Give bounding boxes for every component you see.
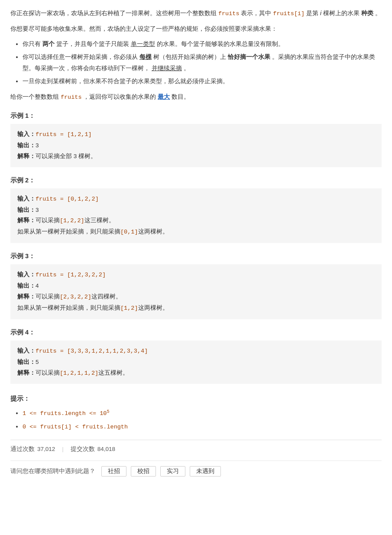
summary-code: fruits	[61, 94, 82, 101]
example-explain-line2-2: 如果从第一棵树开始采摘，则只能采摘[0,1]这两棵树。	[17, 227, 375, 238]
recruit-btn-intern[interactable]: 实习	[160, 466, 185, 477]
example-output-val-4: 5	[36, 359, 39, 365]
recruit-btn-social[interactable]: 社招	[101, 466, 126, 477]
rule3-text: 一旦你走到某棵树前，但水果不符合篮子的水果类型，那么就必须停止采摘。	[23, 78, 229, 84]
recruit-bar: 请问您在哪类招聘中遇到此题？ 社招 校招 实习 未遇到	[10, 460, 382, 477]
intro-paragraph-2: 你想要尽可能多地收集水果。然而，农场的主人设定了一些严格的规矩，你必须按照要求采…	[10, 23, 382, 34]
pass-label: 通过次数	[10, 444, 35, 454]
intro-text-5: 你想要尽可能多地收集水果。然而，农场的主人设定了一些严格的规矩，你必须按照要求采…	[10, 25, 277, 32]
fruits-i-code: fruits[i]	[273, 10, 305, 17]
example-explain-text1e-4: 这五棵树。	[98, 370, 129, 376]
example-explain-1: 解释：可以采摘全部 3 棵树。	[17, 151, 375, 162]
example-explain-code2-3: [1,2]	[120, 305, 138, 311]
example-output-line-4: 输出：5	[17, 357, 375, 368]
recruit-btn-none[interactable]: 未遇到	[190, 466, 221, 477]
example-input-code-3: fruits = [1,2,3,2,2]	[36, 272, 106, 278]
submit-count-item: 提交次数 84,018	[71, 444, 115, 454]
example-output-label-2: 输出：	[17, 207, 36, 213]
submit-value: 84,018	[97, 444, 115, 454]
intro-text-2: 表示，其中	[241, 10, 271, 16]
rule2-text2: 树（包括开始采摘的树）上	[153, 53, 226, 60]
recruit-question: 请问您在哪类招聘中遇到此题？	[10, 467, 95, 477]
example-box-3: 输入：fruits = [1,2,3,2,2]输出：4解释：可以采摘[2,3,2…	[10, 264, 382, 319]
example-input-label-2: 输入：	[17, 195, 36, 202]
example-output-val-1: 3	[36, 142, 39, 149]
example-output-label-4: 输出：	[17, 359, 36, 365]
rule2-underline1: 每棵	[139, 53, 152, 60]
example-output-label-1: 输出：	[17, 142, 36, 149]
rule1-text1: 你只有	[23, 40, 41, 47]
example-explain-3: 解释：可以采摘[2,3,2,2]这四棵树。	[17, 292, 375, 303]
example-heading-3: 示例 3：	[10, 251, 382, 262]
summary-text3: 数目。	[172, 93, 190, 100]
pass-count-item: 通过次数 37,012	[10, 444, 55, 454]
summary-line: 给你一个整数数组 fruits ，返回你可以收集的水果的 最大 数目。	[10, 91, 382, 103]
example-explain-line2-3: 如果从第一棵树开始采摘，则只能采摘[1,2]这两棵树。	[17, 303, 375, 314]
example-explain-code2-2: [0,1]	[120, 229, 138, 235]
hint-1: 1 <= fruits.length <= 105	[23, 408, 382, 419]
example-input-line-4: 输入：fruits = [3,3,3,1,2,1,1,2,3,3,4]	[17, 346, 375, 357]
example-output-label-3: 输出：	[17, 282, 36, 289]
summary-text2: ，返回你可以收集的水果的	[83, 93, 156, 100]
example-explain-code1-3: [2,3,2,2]	[60, 294, 91, 300]
intro-text-4: 棵树上的水果	[323, 10, 360, 16]
fruits-code-1: fruits	[218, 10, 240, 17]
stats-bar: 通过次数 37,012 | 提交次数 84,018	[10, 440, 382, 454]
rule2-text1: 你可以选择任意一棵树开始采摘，你必须从	[23, 53, 138, 60]
example-output-val-3: 4	[36, 282, 39, 289]
pass-value: 37,012	[37, 444, 55, 454]
example-input-code-2: fruits = [0,1,2,2]	[36, 196, 99, 202]
intro-text-3: 是第	[306, 10, 318, 16]
example-box-1: 输入：fruits = [1,2,1]输出：3解释：可以采摘全部 3 棵树。	[10, 124, 382, 167]
example-explain-2: 解释：可以采摘[1,2,2]这三棵树。	[17, 215, 375, 227]
summary-text1: 给你一个整数数组	[10, 93, 59, 100]
hints-heading: 提示：	[10, 393, 382, 404]
example-explain-t2e-2: 这两棵树。	[138, 228, 168, 235]
example-explain-t2-2: 如果从第一棵树开始采摘，则只能采摘	[17, 228, 120, 235]
examples-section: 示例 1：输入：fruits = [1,2,1]输出：3解释：可以采摘全部 3 …	[10, 110, 382, 384]
example-output-line-3: 输出：4	[17, 281, 375, 292]
recruit-btn-campus[interactable]: 校招	[131, 466, 156, 477]
intro-text-1: 你正在探访一家农场，农场从左到右种植了一排果树。这些树用一个整数数组	[10, 10, 217, 16]
example-input-code-4: fruits = [3,3,3,1,2,1,1,2,3,3,4]	[36, 348, 148, 354]
rules-list: 你只有 两个 篮子，并且每个篮子只能装 单一类型 的水果。每个篮子能够装的水果总…	[23, 39, 382, 87]
hints-list: 1 <= fruits.length <= 105 0 <= fruits[i]…	[23, 408, 382, 433]
example-box-2: 输入：fruits = [0,1,2,2]输出：3解释：可以采摘[1,2,2]这…	[10, 188, 382, 243]
stats-divider: |	[62, 444, 64, 454]
example-explain-text1e-2: 这三棵树。	[84, 217, 115, 224]
example-input-label-3: 输入：	[17, 271, 36, 278]
example-explain-4: 解释：可以采摘[1,2,1,1,2]这五棵树。	[17, 368, 375, 379]
example-explain-text1-4: 可以采摘	[36, 370, 60, 376]
example-explain-t2e-3: 这两棵树。	[138, 305, 168, 311]
intro-i-var: i	[320, 10, 321, 16]
rule1-text3: 的水果。每个篮子能够装的水果总量没有限制。	[157, 40, 284, 47]
example-input-line-1: 输入：fruits = [1,2,1]	[17, 129, 375, 140]
example-explain-text1-2: 可以采摘	[36, 217, 60, 224]
rule-2: 你可以选择任意一棵树开始采摘，你必须从 每棵 树（包括开始采摘的树）上 恰好摘一…	[23, 52, 382, 74]
example-box-4: 输入：fruits = [3,3,3,1,2,1,1,2,3,3,4]输出：5解…	[10, 340, 382, 384]
rule1-underline: 单一类型	[131, 40, 155, 47]
hint-2: 0 <= fruits[i] < fruits.length	[23, 421, 382, 433]
example-explain-text1-3: 可以采摘	[36, 293, 60, 300]
example-output-line-1: 输出：3	[17, 140, 375, 151]
rule-1: 你只有 两个 篮子，并且每个篮子只能装 单一类型 的水果。每个篮子能够装的水果总…	[23, 39, 382, 50]
rule-3: 一旦你走到某棵树前，但水果不符合篮子的水果类型，那么就必须停止采摘。	[23, 76, 382, 87]
example-explain-label-4: 解释：	[17, 370, 36, 376]
rule1-text2: 篮子，并且每个篮子只能装	[56, 40, 129, 47]
example-input-line-2: 输入：fruits = [0,1,2,2]	[17, 194, 375, 205]
example-input-line-3: 输入：fruits = [1,2,3,2,2]	[17, 269, 375, 281]
example-explain-t2-3: 如果从第一棵树开始采摘，则只能采摘	[17, 305, 120, 311]
example-input-label-1: 输入：	[17, 131, 36, 137]
example-heading-2: 示例 2：	[10, 175, 382, 186]
example-output-line-2: 输出：3	[17, 205, 375, 216]
example-output-val-2: 3	[36, 207, 39, 213]
example-heading-1: 示例 1：	[10, 110, 382, 121]
intro-paragraph-1: 你正在探访一家农场，农场从左到右种植了一排果树。这些树用一个整数数组 fruit…	[10, 8, 382, 19]
example-explain-label-3: 解释：	[17, 293, 36, 300]
example-explain-text1e-3: 这四棵树。	[91, 293, 122, 300]
rule2-underline2: 并继续采摘	[152, 65, 182, 71]
example-explain-label-1: 解释：	[17, 153, 36, 159]
rule1-bold: 两个	[42, 40, 55, 47]
example-input-label-4: 输入：	[17, 347, 36, 354]
example-input-code-1: fruits = [1,2,1]	[36, 131, 92, 138]
